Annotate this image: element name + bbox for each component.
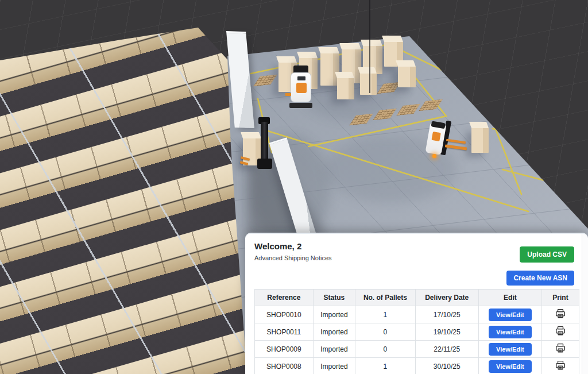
cell-pallets: 1 [355,306,416,323]
col-header-delivery: Delivery Date [415,290,478,306]
create-new-asn-button[interactable]: Create New ASN [506,271,574,286]
robot-base [257,159,272,169]
view-edit-button[interactable]: View/Edit [489,326,532,338]
robot-sensor-band [431,121,445,129]
col-header-reference: Reference [255,290,314,306]
cell-delivery-date: 22/11/25 [415,341,478,358]
view-edit-button[interactable]: View/Edit [489,360,532,373]
agv-robot [289,65,312,108]
cell-delivery-date: 19/10/25 [415,323,478,341]
cell-reference: SHOP0008 [255,358,314,374]
floor-pallet [419,99,443,111]
cargo-box [471,128,489,153]
forklift-agv-white [428,121,468,160]
fork-tine [446,139,466,144]
hanging-cable [369,0,370,93]
cell-reference: SHOP0010 [255,306,314,323]
welcome-title: Welcome, 2 [254,241,301,251]
scrollbar-track[interactable] [582,234,588,374]
asn-table: Reference Status No. of Pallets Delivery… [254,289,579,374]
floor-pallet [377,82,401,94]
cargo-box [337,78,354,99]
col-header-pallets: No. of Pallets [355,290,416,306]
wall-segment [269,137,317,241]
floor-pallet [373,109,397,120]
printer-icon [555,360,566,371]
printer-icon [555,343,566,353]
cell-pallets: 0 [355,341,416,358]
floor-pallet [396,104,420,115]
col-header-print: Print [541,290,579,306]
cell-status: Imported [313,341,355,358]
table-row: SHOP0011 Imported 0 19/10/25 View/Edit [255,323,579,341]
cell-pallets: 0 [355,323,416,341]
robot-logo [431,132,440,141]
asn-panel: Welcome, 2 Advanced Shipping Notices Upl… [245,233,588,374]
print-button[interactable] [555,309,566,319]
fork-tine [445,144,467,150]
forklift-agv-black [253,117,276,170]
cargo-box [398,66,416,87]
view-edit-button[interactable]: View/Edit [489,309,532,321]
fork-tine [285,93,291,96]
cell-delivery-date: 30/10/25 [415,358,478,374]
table-header-row: Reference Status No. of Pallets Delivery… [255,290,579,306]
robot-warning-light [432,154,436,158]
cell-status: Imported [313,323,355,341]
upload-csv-button[interactable]: Upload CSV [520,246,574,263]
table-row: SHOP0009 Imported 0 22/11/25 View/Edit [255,341,579,358]
print-button[interactable] [555,360,566,371]
print-button[interactable] [555,326,566,336]
panel-subtitle: Advanced Shipping Notices [254,255,332,261]
printer-icon [555,326,566,336]
robot-screen [297,76,305,80]
table-row: SHOP0010 Imported 1 17/10/25 View/Edit [255,306,579,323]
cell-status: Imported [313,358,355,374]
cell-pallets: 1 [355,358,416,374]
robot-body [291,72,311,102]
cell-reference: SHOP0011 [255,323,314,341]
floor-pallet [253,75,277,86]
cell-delivery-date: 17/10/25 [415,306,478,323]
cargo-box [360,73,377,95]
cell-status: Imported [313,306,355,323]
table-row: SHOP0008 Imported 1 30/10/25 View/Edit [255,358,579,374]
cell-reference: SHOP0009 [255,341,314,358]
robot-logo [296,83,307,93]
view-edit-button[interactable]: View/Edit [489,343,532,356]
col-header-edit: Edit [478,290,541,306]
floor-pallet [349,114,373,125]
col-header-status: Status [313,290,355,306]
print-button[interactable] [555,343,566,353]
printer-icon [555,309,566,319]
robot-base [289,103,312,108]
